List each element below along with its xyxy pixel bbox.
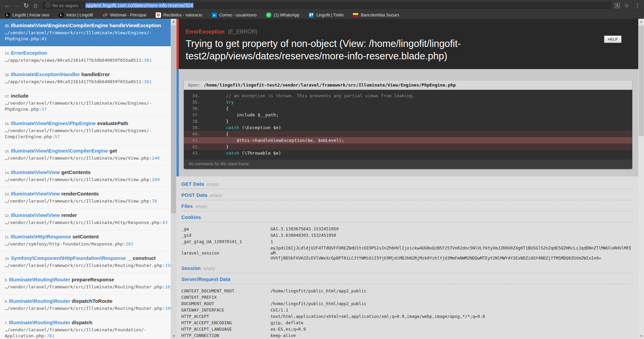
scroll-up-icon[interactable]: ▲ [171, 19, 176, 24]
code-text: } [205, 118, 228, 124]
stack-frame[interactable]: 11. Illuminate\Http\Response setContent…… [0, 230, 171, 251]
bookmark-item[interactable]: LLingofit | Iniciar sesi [5, 12, 49, 18]
scroll-down-icon[interactable]: ▼ [638, 333, 644, 339]
section-heading: Session [181, 265, 201, 271]
stack-frame[interactable]: 8. Illuminate\Routing\Router dispatchToR… [0, 294, 171, 316]
bookmark-item[interactable]: Lingofit | Trello [309, 12, 343, 18]
stack-frame-title: 15. Illuminate\View\Engines\CompilerEngi… [5, 148, 166, 155]
frame-class: Illuminate\Routing\Router [9, 298, 70, 304]
table-row: laravel_sessioneyJpdiI6IjJLdldjU2F4TTdQV… [181, 245, 633, 261]
frame-method: __construct [126, 255, 156, 261]
frame-file-path: …/vendor/laravel/framework/src/Illuminat… [5, 30, 166, 42]
scroll-up-icon[interactable]: ▲ [638, 19, 644, 24]
stack-frame[interactable]: 12. Illuminate\View\View render…/vendor/… [0, 209, 171, 230]
frame-method: evaluatePath [96, 120, 128, 126]
stack-frame[interactable]: 9. Illuminate\Routing\Router prepareResp… [0, 273, 171, 294]
frame-file-path: …/vendor/laravel/framework/src/Illuminat… [5, 305, 166, 312]
address-divider [82, 3, 82, 8]
sidebar-scrollbar-thumb[interactable] [171, 25, 176, 213]
bookmark-star-icon[interactable]: ☆ [623, 2, 631, 9]
section-heading: Files [181, 203, 193, 209]
code-line: 34.// an exception is thrown. This preve… [184, 93, 632, 99]
section-empty-label: empty [210, 193, 222, 198]
help-button[interactable]: HELP [604, 36, 622, 43]
stack-frame[interactable]: 15. Illuminate\View\Engines\CompilerEngi… [0, 144, 171, 166]
code-text: catch (\Exception $e) [205, 124, 281, 131]
sidebar-scrollbar[interactable]: ▲ ▼ [171, 19, 176, 339]
table-value: CGI/1.1 [270, 307, 633, 313]
section-cookies: Cookies_gaGA1.3.1393675643.1532451950_gi… [181, 212, 633, 261]
bookmark-item[interactable]: Bancolombia Sucurs [353, 13, 399, 17]
bookmark-label: Recibidos - valoracio [163, 13, 202, 17]
frame-file-path: …/vendor/laravel/framework/src/Illuminat… [5, 284, 166, 290]
stack-frame[interactable]: 17. include…/vendor/laravel/framework/sr… [0, 89, 171, 117]
page-scrollbar-thumb[interactable] [639, 25, 644, 136]
frame-line-number: 361 [144, 79, 152, 84]
code-line: 43.catch (\Throwable $e) [184, 150, 632, 156]
open-file-path: /home/lingofit/lingofit-test2/vendor/lar… [204, 82, 455, 88]
bookmark-item[interactable]: ✆(1) WhatsApp [266, 12, 299, 18]
cpanel-favicon: cP [102, 12, 108, 18]
section-divider [181, 222, 633, 222]
table-key: CONTEXT_PREFIX [181, 295, 270, 300]
bookmark-item[interactable]: MRecibidos - valoracio [156, 12, 202, 18]
code-line-number: 43. [184, 150, 205, 156]
security-indicator[interactable]: ⓘ No es seguro [46, 2, 78, 8]
table-row: HTTP_ACCEPTtext/html,application/xhtml+x… [181, 313, 633, 320]
back-icon[interactable]: ← [3, 1, 12, 10]
table-key: HTTP_CONNECTION [181, 333, 270, 338]
frame-number: 14. [5, 171, 11, 175]
table-row: DOCUMENT_ROOT/home/lingofit/public_html/… [181, 300, 633, 307]
frame-line-number: 781 [47, 333, 54, 338]
code-line-number: 34. [184, 93, 205, 99]
frame-number: 18. [5, 73, 11, 77]
frame-method: handleViewException [108, 22, 161, 28]
bookmark-item[interactable]: cPWebmail - Principal [102, 12, 146, 18]
table-row: HTTP_CONNECTIONkeep-alive [181, 332, 633, 339]
code-text: $this->handleViewException($e, $obLevel)… [205, 137, 344, 144]
frame-file-path: …/vendor/laravel/framework/src/Illuminat… [5, 327, 166, 339]
frame-class: Illuminate\View\View [11, 169, 60, 175]
code-line-number: 42. [184, 144, 205, 150]
stack-frame[interactable]: 7. Illuminate\Routing\Router dispatch…/v… [0, 316, 171, 339]
frame-method: handleError [80, 71, 110, 77]
stack-frame[interactable]: 13. Illuminate\View\View renderContents…… [0, 187, 171, 209]
stack-frame-title: 17. include [5, 93, 166, 100]
bookmark-item[interactable]: oCorreo - usuariouno [212, 12, 257, 18]
page-scrollbar[interactable]: ▲ ▼ [638, 19, 644, 339]
stack-frame[interactable]: 18. Illuminate\Exception\Handler handleE… [0, 68, 171, 89]
home-icon[interactable]: ⌂ [31, 1, 40, 10]
frame-file-path: …/vendor/laravel/framework/src/Illuminat… [5, 155, 166, 161]
url-input[interactable]: apptest.lingofit.com.co/dates/more-info-… [85, 3, 194, 8]
stack-frame[interactable]: 19. ErrorException…/app/storage/views/80… [0, 46, 171, 68]
stack-frame[interactable]: 14. Illuminate\View\View getContents…/ve… [0, 166, 171, 187]
browser-menu-icon[interactable]: ⋮ [633, 2, 641, 9]
frame-method: include [11, 93, 29, 99]
frame-number: 19. [5, 51, 11, 55]
frame-file-path: …/vendor/laravel/framework/src/Illuminat… [5, 198, 166, 204]
frame-file-path: …/vendor/laravel/framework/src/Illuminat… [5, 263, 166, 269]
frame-number: 12. [5, 214, 11, 218]
frame-class: Illuminate\Http\Response [11, 234, 71, 239]
outlook-favicon: o [212, 12, 217, 18]
data-table: _gaGA1.3.1393675643.1532451950_gidGA1.3.… [181, 226, 633, 261]
reload-icon[interactable]: ↻ [21, 1, 31, 10]
frame-code-container: Open: /home/lingofit/lingofit-test2/vend… [176, 69, 638, 176]
frame-class: Illuminate\Routing\Router [9, 320, 70, 325]
stack-frame[interactable]: 10. Symfony\Component\HttpFoundation\Res… [0, 251, 171, 273]
info-icon: ⓘ [46, 2, 50, 8]
code-line-number: 37. [184, 112, 205, 118]
forward-icon[interactable]: → [12, 1, 21, 10]
exception-message: Trying to get property of non-object (Vi… [185, 38, 608, 62]
stack-frames-list: 20. Illuminate\View\Engines\CompilerEngi… [0, 19, 171, 339]
translate-icon[interactable]: A [615, 3, 620, 8]
frame-class: Illuminate\Exception\Handler [11, 71, 80, 77]
stack-frame[interactable]: 20. Illuminate\View\Engines\CompilerEngi… [0, 19, 171, 46]
frame-line-number: 37 [42, 107, 47, 112]
scroll-down-icon[interactable]: ▼ [171, 333, 176, 339]
address-bar[interactable]: ⓘ No es seguro apptest.lingofit.com.co/d… [42, 2, 611, 9]
bookmark-item[interactable]: LInicio | Lingofit [59, 12, 93, 18]
frame-method: prepareResponse [70, 277, 114, 282]
section-empty-label: empty [207, 182, 218, 187]
stack-frame[interactable]: 16. Illuminate\View\Engines\PhpEngine ev… [0, 117, 171, 144]
